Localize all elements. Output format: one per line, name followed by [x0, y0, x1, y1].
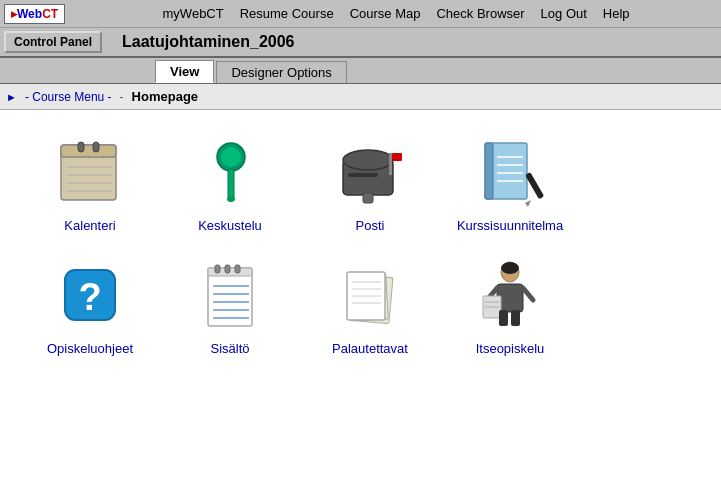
- kalenteri-icon-item[interactable]: Kalenteri: [20, 120, 160, 243]
- main-content: Kalenteri Keskustelu: [0, 110, 721, 376]
- posti-label: Posti: [356, 218, 385, 233]
- course-title: Laatujohtaminen_2006: [112, 33, 717, 51]
- svg-point-9: [221, 147, 241, 167]
- opiskeluohjeet-icon-item[interactable]: ? Opiskeluohjeet: [20, 243, 160, 366]
- top-nav-bar: ▸WebCT myWebCT Resume Course Course Map …: [0, 0, 721, 28]
- sisalto-label: Sisältö: [210, 341, 249, 356]
- icon-grid: Kalenteri Keskustelu: [20, 120, 701, 366]
- breadcrumb-separator: -: [120, 90, 124, 104]
- nav-links: myWebCT Resume Course Course Map Check B…: [75, 6, 717, 21]
- posti-icon-item[interactable]: Posti: [300, 120, 440, 243]
- svg-rect-53: [499, 310, 508, 326]
- my-webct-link[interactable]: myWebCT: [163, 6, 224, 21]
- svg-text:?: ?: [78, 276, 101, 318]
- breadcrumb-arrow-icon[interactable]: ►: [6, 91, 17, 103]
- kalenteri-image: [50, 132, 130, 212]
- itseopiskelu-image: [470, 255, 550, 335]
- kurssisuunnitelma-image: [470, 132, 550, 212]
- svg-marker-25: [525, 200, 531, 207]
- check-browser-link[interactable]: Check Browser: [436, 6, 524, 21]
- svg-rect-17: [363, 193, 373, 203]
- webct-logo[interactable]: ▸WebCT: [4, 4, 65, 24]
- svg-rect-1: [61, 145, 116, 157]
- svg-rect-24: [525, 172, 544, 199]
- svg-rect-14: [348, 173, 378, 177]
- kurssisuunnitelma-label: Kurssisuunnitelma: [457, 218, 563, 233]
- svg-line-49: [523, 288, 533, 300]
- opiskeluohjeet-image: ?: [50, 255, 130, 335]
- course-map-link[interactable]: Course Map: [350, 6, 421, 21]
- log-out-link[interactable]: Log Out: [541, 6, 587, 21]
- help-link[interactable]: Help: [603, 6, 630, 21]
- svg-point-13: [343, 150, 393, 170]
- sisalto-image: [190, 255, 270, 335]
- tab-designer-options[interactable]: Designer Options: [216, 61, 346, 83]
- svg-rect-32: [235, 265, 240, 273]
- svg-rect-31: [225, 265, 230, 273]
- opiskeluohjeet-label: Opiskeluohjeet: [47, 341, 133, 356]
- second-row: Control Panel Laatujohtaminen_2006: [0, 28, 721, 58]
- sisalto-icon-item[interactable]: Sisältö: [160, 243, 300, 366]
- svg-rect-2: [78, 142, 84, 152]
- svg-point-11: [227, 196, 235, 202]
- tab-view[interactable]: View: [155, 60, 214, 83]
- kalenteri-label: Kalenteri: [64, 218, 115, 233]
- svg-point-46: [501, 262, 519, 274]
- svg-rect-15: [389, 153, 392, 175]
- keskustelu-label: Keskustelu: [198, 218, 262, 233]
- palautettavat-image: [330, 255, 410, 335]
- svg-rect-10: [228, 169, 234, 199]
- itseopiskelu-icon-item[interactable]: Itseopiskelu: [440, 243, 580, 366]
- svg-rect-19: [485, 143, 493, 199]
- posti-image: [330, 132, 410, 212]
- breadcrumb-menu-label[interactable]: - Course Menu -: [25, 90, 112, 104]
- svg-rect-54: [511, 310, 520, 326]
- palautettavat-label: Palautettavat: [332, 341, 408, 356]
- breadcrumb-current-page: Homepage: [132, 89, 198, 104]
- itseopiskelu-label: Itseopiskelu: [476, 341, 545, 356]
- tabs-row: View Designer Options: [0, 58, 721, 84]
- keskustelu-icon-item[interactable]: Keskustelu: [160, 120, 300, 243]
- control-panel-button[interactable]: Control Panel: [4, 31, 102, 53]
- kurssisuunnitelma-icon-item[interactable]: Kurssisuunnitelma: [440, 120, 580, 243]
- breadcrumb-row: ► - Course Menu - - Homepage: [0, 84, 721, 110]
- svg-rect-30: [215, 265, 220, 273]
- resume-course-link[interactable]: Resume Course: [240, 6, 334, 21]
- palautettavat-icon-item[interactable]: Palautettavat: [300, 243, 440, 366]
- svg-rect-3: [93, 142, 99, 152]
- keskustelu-image: [190, 132, 270, 212]
- svg-rect-16: [392, 153, 402, 161]
